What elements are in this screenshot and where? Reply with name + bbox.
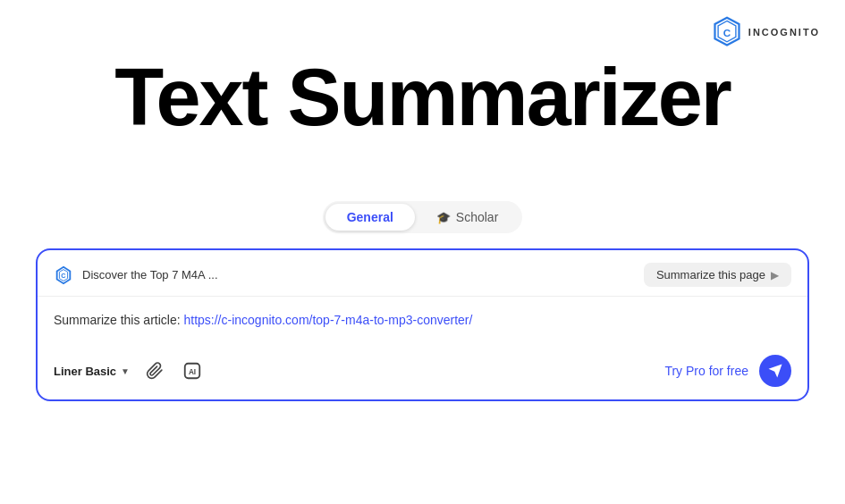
tab-scholar-label: Scholar xyxy=(456,210,498,224)
paperclip-icon xyxy=(146,362,164,380)
send-button[interactable] xyxy=(759,355,791,387)
svg-text:C: C xyxy=(723,27,731,38)
tab-container: General 🎓 Scholar xyxy=(323,201,523,233)
left-tools: Liner Basic ▼ AI xyxy=(54,358,205,383)
tab-scholar[interactable]: 🎓 Scholar xyxy=(415,204,520,231)
main-card: C Discover the Top 7 M4A ... Summarize t… xyxy=(36,248,809,401)
url-text: Discover the Top 7 M4A ... xyxy=(82,268,635,281)
scholar-icon: 🎓 xyxy=(436,211,451,224)
summarize-btn-label: Summarize this page xyxy=(656,268,765,281)
svg-text:C: C xyxy=(61,271,66,279)
logo-area: C INCOGNITO xyxy=(711,16,820,48)
attachment-button[interactable] xyxy=(142,358,167,383)
tabs-area: General 🎓 Scholar xyxy=(0,201,845,233)
right-tools: Try Pro for free xyxy=(664,355,791,387)
article-link[interactable]: https://c-incognito.com/top-7-m4a-to-mp3… xyxy=(183,313,472,327)
article-area: Summarize this article: https://c-incogn… xyxy=(38,297,807,344)
chevron-down-icon: ▼ xyxy=(121,366,130,376)
article-prefix: Summarize this article: xyxy=(54,313,181,327)
ai-icon: AI xyxy=(182,361,202,381)
url-bar: C Discover the Top 7 M4A ... Summarize t… xyxy=(38,250,807,297)
logo-icon: C xyxy=(711,16,743,48)
ai-button[interactable]: AI xyxy=(180,358,205,383)
page-title: Text Summarizer xyxy=(0,54,845,142)
plan-label: Liner Basic xyxy=(54,365,116,378)
tab-general-label: General xyxy=(347,210,393,224)
try-pro-link[interactable]: Try Pro for free xyxy=(664,364,748,378)
svg-text:AI: AI xyxy=(189,368,196,376)
site-icon: C xyxy=(54,265,73,285)
bottom-toolbar: Liner Basic ▼ AI Try Pro for free xyxy=(38,344,807,399)
arrow-icon: ▶ xyxy=(771,269,779,281)
plan-selector[interactable]: Liner Basic ▼ xyxy=(54,365,130,378)
tab-general[interactable]: General xyxy=(325,204,415,231)
logo-text: INCOGNITO xyxy=(748,27,820,38)
send-icon xyxy=(767,363,783,379)
summarize-page-button[interactable]: Summarize this page ▶ xyxy=(644,263,791,287)
